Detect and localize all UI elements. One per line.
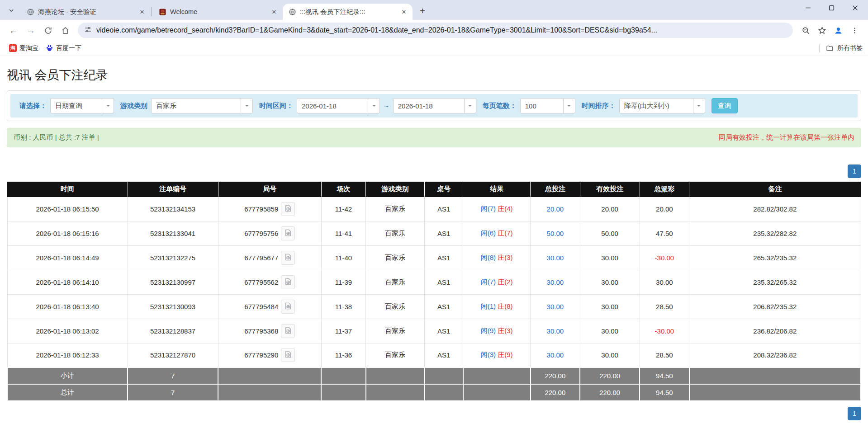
cell-game-category: 百家乐 [366,197,425,221]
summary-cell: 总计 [7,384,128,401]
cell-table-no: AS1 [425,294,463,319]
tab-haiyan-forum[interactable]: 海燕论坛 - 安全验证 ✕ [21,4,151,20]
cell-note: 282.82/302.82 [689,197,861,221]
bookmark-aitaobao[interactable]: 淘 爱淘宝 [5,42,42,54]
result-banker: 庄(9) [496,351,513,358]
round-id-wrap: 677795368 [218,324,321,338]
video-record-button[interactable] [281,251,295,265]
cell-payout: 30.00 [640,270,689,294]
date-end-select[interactable]: 2026-01-18 [393,98,476,113]
tab-bet-records-active[interactable]: :::视讯 会员下注纪录::: ✕ [283,4,413,20]
result-player: 闲(8) [481,254,496,261]
minimize-button[interactable] [802,2,814,14]
video-record-button[interactable] [281,348,295,362]
tab-search-button[interactable] [5,5,18,18]
column-header: 局号 [218,182,321,197]
column-header: 桌号 [425,182,463,197]
video-record-button[interactable] [281,226,295,240]
menu-dots-icon[interactable] [847,23,862,38]
result-player: 闲(7) [481,278,496,286]
video-record-button[interactable] [281,202,295,216]
cell-valid-bet: 30.00 [580,294,640,319]
url-bar[interactable]: videoie.com/game/betrecord_search/kind3?… [78,23,793,38]
browser-tab-strip: 海燕论坛 - 安全验证 ✕ Welcome ✕ :::视讯 会员下注纪录::: … [0,0,868,20]
forward-icon[interactable]: → [24,23,38,38]
video-record-icon [284,326,292,336]
cell-time: 2026-01-18 06:15:16 [7,221,128,245]
per-page-value: 100 [521,102,563,110]
per-page-select[interactable]: 100 [520,98,575,113]
close-icon[interactable]: ✕ [270,8,278,16]
video-record-icon [284,204,292,214]
cell-total-bet[interactable]: 30.00 [531,319,580,343]
cell-session: 11-38 [321,294,365,319]
cell-total-bet[interactable]: 30.00 [531,294,580,319]
zoom-icon[interactable] [798,23,813,38]
cell-payout: 20.00 [640,197,689,221]
cell-round-id: 677795484 [218,294,321,319]
summary-cell: 220.00 [531,384,580,401]
close-icon[interactable]: ✕ [400,8,408,16]
query-type-select[interactable]: 日期查询 [50,98,114,113]
site-settings-icon[interactable] [84,26,92,35]
round-id-text: 677795562 [244,278,278,286]
video-record-button[interactable] [281,300,295,314]
window-controls [802,2,864,14]
search-button[interactable]: 查询 [711,98,738,113]
date-start-select[interactable]: 2026-01-18 [297,98,380,113]
tab-title: 海燕论坛 - 安全验证 [38,8,134,16]
reload-icon[interactable] [41,23,55,38]
video-record-icon [284,253,292,263]
welcome-favicon [158,8,166,16]
cell-game-category: 百家乐 [366,245,425,270]
result-banker: 庄(3) [496,254,513,261]
column-header: 时间 [7,182,128,197]
cell-total-bet[interactable]: 30.00 [531,270,580,294]
video-record-icon [284,350,292,360]
chevron-down-icon [693,99,705,113]
cell-game-category: 百家乐 [366,343,425,367]
bookmark-baidu[interactable]: 百度一下 [42,42,85,54]
maximize-button[interactable] [825,2,837,14]
cell-total-bet[interactable]: 30.00 [531,245,580,270]
date-end-value: 2026-01-18 [394,102,464,110]
cell-valid-bet: 30.00 [580,270,640,294]
cell-payout: 28.50 [640,343,689,367]
browser-toolbar: ← → videoie.com/game/betrecord_search/ki… [0,20,868,41]
all-bookmarks[interactable]: 所有书签 [819,44,863,52]
cell-bet-id: 523132132275 [128,245,218,270]
close-window-button[interactable] [849,2,861,14]
cell-time: 2026-01-18 06:12:33 [7,343,128,367]
cell-game-category: 百家乐 [366,294,425,319]
round-id-text: 677795484 [244,303,278,310]
page-1-button[interactable]: 1 [848,407,861,420]
close-icon[interactable]: ✕ [138,8,146,16]
page-1-button[interactable]: 1 [848,165,861,178]
result-banker: 庄(8) [496,302,513,310]
game-category-select[interactable]: 百家乐 [151,98,253,113]
cell-total-bet[interactable]: 50.00 [531,221,580,245]
cell-time: 2026-01-18 06:14:49 [7,245,128,270]
query-type-value: 日期查询 [51,102,102,110]
bookmark-label: 百度一下 [56,44,81,52]
bookmark-star-icon[interactable] [815,23,829,38]
profile-avatar[interactable] [831,23,845,38]
new-tab-button[interactable]: + [416,5,429,17]
globe-icon [26,8,34,16]
all-bookmarks-label: 所有书签 [837,44,863,52]
round-id-text: 677795756 [244,230,278,237]
home-icon[interactable] [58,23,72,38]
bookmarks-bar: 淘 爱淘宝 百度一下 所有书签 [0,41,868,56]
cell-total-bet[interactable]: 30.00 [531,343,580,367]
cell-round-id: 677795859 [218,197,321,221]
video-record-button[interactable] [281,324,295,338]
video-record-button[interactable] [281,275,295,289]
round-id-text: 677795368 [244,327,278,335]
time-sort-select[interactable]: 降幂(由大到小) [619,98,705,113]
result-player: 闲(3) [481,351,496,358]
tab-welcome[interactable]: Welcome ✕ [153,4,283,20]
url-text[interactable]: videoie.com/game/betrecord_search/kind3?… [96,26,787,34]
cell-total-bet[interactable]: 20.00 [531,197,580,221]
back-icon[interactable]: ← [6,23,21,38]
result-player: 闲(9) [481,327,496,334]
